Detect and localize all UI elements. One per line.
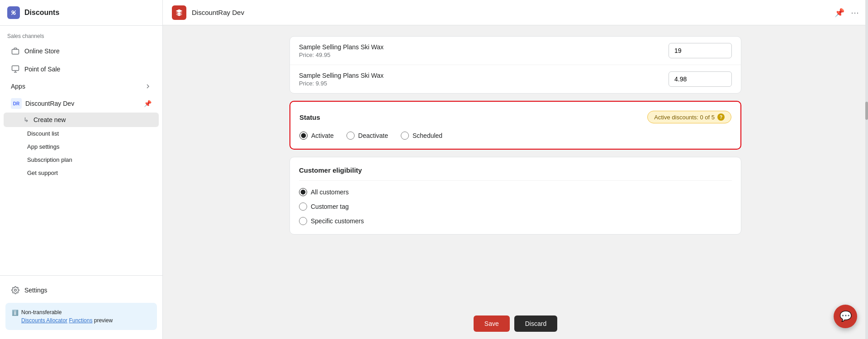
product-price-1: Price: 49.95 [299,52,659,58]
status-radio-group: Activate Deactivate Scheduled [299,132,731,140]
sidebar-subscription-plan[interactable]: Subscription plan [4,153,159,166]
sidebar-discount-list[interactable]: Discount list [4,127,159,140]
discountray-icon: DR [11,98,22,109]
settings-label: Settings [24,287,47,294]
non-transferable-notice: ℹ️ Non-transferable Discounts Allocator … [5,303,157,330]
scrollbar-thumb[interactable] [865,102,868,120]
svg-point-1 [14,13,15,14]
badge-question-icon[interactable]: ? [717,113,725,121]
status-title: Status [299,113,320,121]
sidebar-header: Discounts [0,0,162,26]
activate-radio[interactable] [299,132,308,140]
activate-radio-label[interactable]: Activate [299,132,334,140]
specific-customers-label[interactable]: Specific customers [299,217,732,225]
active-discounts-badge: Active discounts: 0 of 5 ? [647,111,731,123]
topbar: DiscountRay Dev 📌 ⋯ [163,0,868,25]
all-customers-text: All customers [311,188,349,196]
customer-eligibility-title: Customer eligibility [299,166,732,181]
bottom-action-bar: Save Discard [163,308,868,339]
product-name-2: Sample Selling Plans Ski Wax [299,72,659,79]
all-customers-radio[interactable] [299,188,307,196]
apps-label: Apps [11,83,25,90]
online-store-icon [11,47,20,56]
customer-tag-text: Customer tag [311,203,349,210]
all-customers-label[interactable]: All customers [299,188,732,196]
sidebar-apps-section[interactable]: Apps [4,78,159,94]
status-header: Status Active discounts: 0 of 5 ? [299,111,731,123]
eligibility-options: All customers Customer tag Specific cust… [299,188,732,225]
point-of-sale-label: Point of Sale [24,66,60,73]
activate-label: Activate [311,132,334,139]
product-name-1: Sample Selling Plans Ski Wax [299,43,659,51]
customer-tag-label[interactable]: Customer tag [299,202,732,211]
specific-customers-text: Specific customers [311,217,364,225]
active-discounts-text: Active discounts: 0 of 5 [654,114,715,121]
non-transferable-text: Non-transferable [21,309,62,315]
status-card: Status Active discounts: 0 of 5 ? Activa… [289,101,741,150]
scrollbar-track [865,0,868,339]
svg-rect-3 [12,49,19,54]
svg-point-0 [12,11,14,13]
product-price-2: Price: 9.95 [299,80,659,87]
pin-button[interactable]: 📌 [835,8,844,18]
sales-channels-section-label: Sales channels [0,26,162,42]
save-button[interactable]: Save [474,315,510,332]
deactivate-label: Deactivate [358,132,388,139]
app-settings-label: App settings [27,143,60,150]
chat-fab-button[interactable]: 💬 [834,305,857,328]
product-info-1: Sample Selling Plans Ski Wax Price: 49.9… [299,43,659,58]
settings-gear-icon [11,286,20,295]
main-container: DiscountRay Dev 📌 ⋯ Sample Selling Plans… [163,0,868,339]
more-options-button[interactable]: ⋯ [851,8,859,18]
sidebar: Discounts Sales channels Online Store Po… [0,0,163,339]
pin-icon: 📌 [144,100,152,107]
svg-point-5 [14,289,17,292]
table-row: Sample Selling Plans Ski Wax Price: 49.9… [290,37,741,65]
topbar-title: DiscountRay Dev [192,9,244,16]
sidebar-create-new[interactable]: ↳ Create new [4,113,159,127]
specific-customers-radio[interactable] [299,217,307,225]
discounts-icon [7,6,20,19]
discounts-allocator-link[interactable]: Discounts Allocator [21,317,67,324]
product-quantity-input-2[interactable] [669,71,732,87]
customer-tag-radio[interactable] [299,202,307,211]
deactivate-radio[interactable] [346,132,355,140]
info-icon: ℹ️ [12,309,19,317]
scheduled-radio-label[interactable]: Scheduled [401,132,442,140]
content-area: Sample Selling Plans Ski Wax Price: 49.9… [163,25,868,308]
functions-link[interactable]: Functions [69,317,92,324]
sidebar-item-online-store[interactable]: Online Store [4,42,159,60]
topbar-logo [172,5,186,20]
deactivate-radio-label[interactable]: Deactivate [346,132,388,140]
sidebar-app-settings[interactable]: App settings [4,140,159,153]
customer-eligibility-card: Customer eligibility All customers Custo… [289,157,741,235]
product-quantity-input-1[interactable] [669,43,732,58]
scheduled-label: Scheduled [413,132,442,139]
discard-button[interactable]: Discard [514,315,557,332]
sidebar-get-support[interactable]: Get support [4,166,159,179]
sidebar-settings[interactable]: Settings [4,281,159,299]
get-support-label: Get support [27,170,58,176]
discountray-app-row: DR DiscountRay Dev 📌 [4,94,159,113]
subscription-plan-label: Subscription plan [27,156,72,163]
svg-rect-4 [12,66,19,71]
apps-chevron-icon [144,83,152,90]
table-row: Sample Selling Plans Ski Wax Price: 9.95 [290,65,741,93]
create-new-label: Create new [33,116,66,123]
non-transferable-suffix: preview [92,317,113,324]
product-info-2: Sample Selling Plans Ski Wax Price: 9.95 [299,72,659,87]
discount-list-label: Discount list [27,130,59,137]
products-card: Sample Selling Plans Ski Wax Price: 49.9… [289,36,741,94]
sidebar-item-point-of-sale[interactable]: Point of Sale [4,60,159,78]
scheduled-radio[interactable] [401,132,409,140]
point-of-sale-icon [11,65,20,74]
sidebar-app-title: Discounts [24,9,59,17]
topbar-actions: 📌 ⋯ [835,8,859,18]
online-store-label: Online Store [24,47,60,55]
discountray-label: DiscountRay Dev [25,100,74,107]
